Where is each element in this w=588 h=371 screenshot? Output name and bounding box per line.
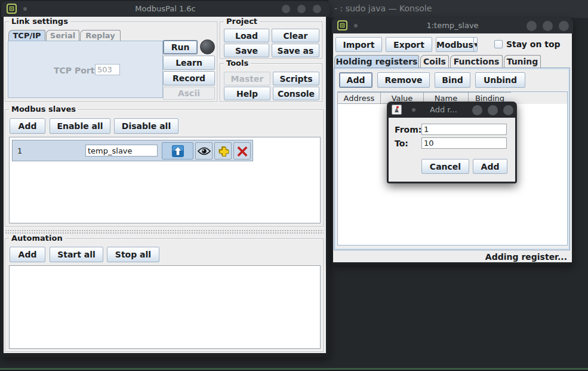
modbuspal-content: Link settings TCP/IP Serial Replay TCP P… <box>4 17 326 353</box>
learn-button[interactable]: Learn <box>163 56 215 70</box>
tab-functions-label: Functions <box>454 57 500 66</box>
tools-title: Tools <box>224 59 251 68</box>
run-led-indicator <box>200 39 215 54</box>
save-button[interactable]: Save <box>224 44 269 57</box>
to-label: To: <box>395 139 408 148</box>
slaves-list[interactable]: 1 <box>9 137 321 223</box>
register-unbind-label: Unbind <box>484 75 517 85</box>
delete-x-icon <box>236 145 248 157</box>
load-label: Load <box>235 31 258 41</box>
dialog-body: From: To: Cancel Add <box>389 118 515 182</box>
clear-button[interactable]: Clear <box>272 29 319 42</box>
automation-add-label: Add <box>19 250 37 259</box>
maximize-button[interactable] <box>297 5 306 13</box>
project-title: Project <box>224 17 260 26</box>
automation-title: Automation <box>9 234 65 243</box>
tab-holding-registers[interactable]: Holding registers <box>334 55 419 68</box>
automation-add-button[interactable]: Add <box>10 247 45 262</box>
tab-tuning[interactable]: Tuning <box>504 55 541 68</box>
tab-functions[interactable]: Functions <box>450 55 503 68</box>
ascii-label: Ascii <box>178 88 200 98</box>
stay-on-top-label: Stay on top <box>506 39 561 49</box>
tab-replay-label: Replay <box>85 31 115 40</box>
maximize-button[interactable] <box>488 105 498 115</box>
minimize-button[interactable] <box>527 21 537 31</box>
stop-all-button[interactable]: Stop all <box>107 247 159 262</box>
record-button[interactable]: Record <box>163 71 215 85</box>
close-button[interactable] <box>503 105 513 115</box>
modbus-slaves-group: Modbus slaves Add Enable all Disable all… <box>5 109 324 226</box>
minimize-button[interactable] <box>282 5 290 13</box>
tab-tcpip-label: TCP/IP <box>13 31 41 40</box>
start-all-label: Start all <box>57 250 96 259</box>
clear-label: Clear <box>284 31 308 41</box>
help-button[interactable]: Help <box>224 87 270 100</box>
column-header-filler <box>511 92 567 104</box>
console-button[interactable]: Console <box>273 87 319 100</box>
java-duke-icon <box>392 105 401 114</box>
column-header-address[interactable]: Address <box>337 92 381 104</box>
load-button[interactable]: Load <box>224 29 269 42</box>
enable-all-label: Enable all <box>57 121 103 131</box>
slave-delete-button[interactable] <box>233 142 251 160</box>
slave-view-button[interactable] <box>195 142 213 160</box>
slave-row[interactable]: 1 <box>12 140 253 161</box>
slave-name-input[interactable] <box>85 145 158 157</box>
maximize-button[interactable] <box>543 21 553 31</box>
slave-add-label: Add <box>19 121 37 131</box>
add-register-dialog: Add r... From: To: Cancel Add <box>387 102 517 183</box>
register-unbind-button[interactable]: Unbind <box>475 72 525 88</box>
java-app-icon[interactable] <box>392 105 402 115</box>
close-button[interactable] <box>559 21 569 31</box>
scripts-label: Scripts <box>279 74 312 84</box>
enable-all-button[interactable]: Enable all <box>50 118 110 134</box>
import-button[interactable]: Import <box>335 37 382 52</box>
slave-enable-toggle[interactable] <box>162 142 193 160</box>
tools-group: Tools Master Scripts Help Console <box>220 63 322 102</box>
run-button[interactable]: Run <box>163 40 198 54</box>
tab-replay[interactable]: Replay <box>80 30 121 41</box>
ascii-button[interactable]: Ascii <box>163 87 215 100</box>
close-button[interactable] <box>313 5 321 13</box>
slave-duplicate-button[interactable] <box>214 142 232 160</box>
tab-tuning-label: Tuning <box>507 57 538 66</box>
master-label: Master <box>231 74 264 84</box>
master-button[interactable]: Master <box>224 72 270 85</box>
start-all-button[interactable]: Start all <box>50 247 103 262</box>
disable-all-button[interactable]: Disable all <box>114 118 178 134</box>
tab-coils[interactable]: Coils <box>420 55 449 68</box>
modbuspal-titlebar: ModbusPal 1.6c <box>1 1 330 17</box>
register-add-button[interactable]: Add <box>339 72 372 88</box>
register-remove-button[interactable]: Remove <box>377 72 430 88</box>
slave-add-button[interactable]: Add <box>10 118 45 134</box>
tcpip-panel: TCP Port: <box>8 41 163 98</box>
automation-group: Automation Add Start all Stop all <box>5 238 324 352</box>
modbuspal-window: ModbusPal 1.6c Link settings TCP/IP Seri… <box>1 1 330 357</box>
stop-all-label: Stop all <box>115 250 151 259</box>
scripts-button[interactable]: Scripts <box>273 72 319 85</box>
automation-list[interactable] <box>9 265 321 349</box>
modbus-mode-value: Modbus <box>436 38 473 51</box>
save-as-button[interactable]: Save as <box>272 44 319 57</box>
dialog-add-button[interactable]: Add <box>473 159 507 174</box>
temp-slave-titlebar: 1:temp_slave <box>332 18 573 33</box>
tcp-port-input[interactable] <box>95 64 120 75</box>
to-input[interactable] <box>421 137 507 149</box>
tab-coils-label: Coils <box>423 57 446 66</box>
stay-on-top-checkbox[interactable] <box>494 40 503 48</box>
learn-label: Learn <box>176 58 202 68</box>
chevron-down-icon: ▼ <box>473 38 478 51</box>
disable-all-label: Disable all <box>122 121 171 131</box>
save-as-label: Save as <box>278 46 314 56</box>
dialog-cancel-button[interactable]: Cancel <box>421 159 469 174</box>
tab-tcpip[interactable]: TCP/IP <box>8 30 45 41</box>
console-label: Console <box>278 89 315 99</box>
register-bind-button[interactable]: Bind <box>435 72 470 88</box>
tcp-port-label: TCP Port: <box>54 66 98 75</box>
minimize-button[interactable] <box>472 105 482 115</box>
from-input[interactable] <box>421 124 507 135</box>
modbus-mode-select[interactable]: Modbus ▼ <box>436 37 478 52</box>
export-button[interactable]: Export <box>386 37 432 52</box>
tab-serial[interactable]: Serial <box>46 30 79 41</box>
slave-id: 1 <box>17 146 22 155</box>
